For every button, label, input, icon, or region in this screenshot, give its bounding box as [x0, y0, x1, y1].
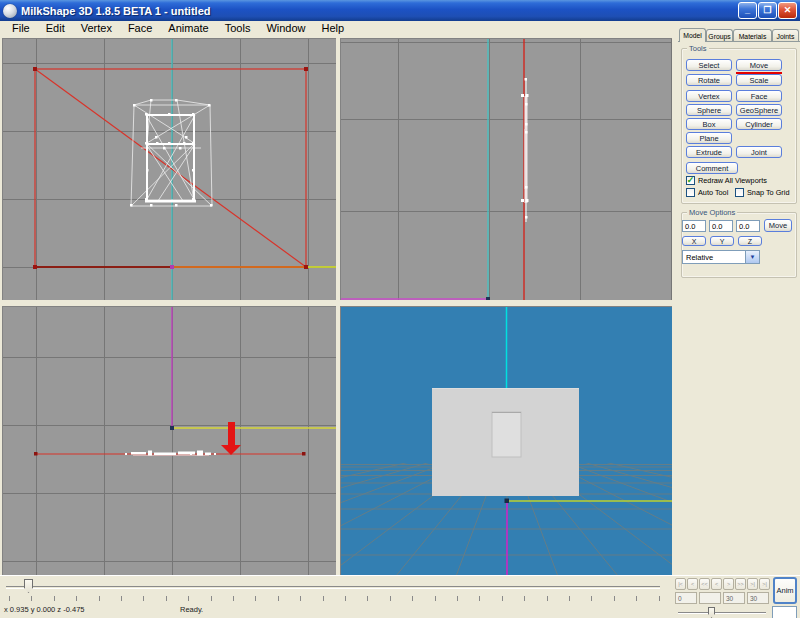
annotation-arrow — [221, 422, 241, 455]
keyframe-slider-thumb[interactable] — [24, 579, 33, 593]
prev-frame-button[interactable]: < — [711, 578, 722, 590]
x-axis-button[interactable]: X — [682, 236, 706, 246]
rotate-tool-button[interactable]: Rotate — [686, 74, 732, 86]
menu-vertex[interactable]: Vertex — [73, 21, 120, 36]
app-icon — [3, 4, 17, 18]
first-frame-field[interactable]: 0 — [675, 592, 697, 604]
prev-keyframe-button[interactable]: < — [687, 578, 698, 590]
y-axis-button[interactable]: Y — [710, 236, 734, 246]
auto-tool-checkbox[interactable]: Auto Tool — [686, 188, 728, 197]
menu-help[interactable]: Help — [314, 21, 353, 36]
plane-tool-button[interactable]: Plane — [686, 132, 732, 144]
move-x-field[interactable]: 0.0 — [682, 220, 706, 232]
menu-file[interactable]: File — [4, 21, 38, 36]
face-tool-button[interactable]: Face — [736, 90, 782, 102]
z-axis-button[interactable]: Z — [738, 236, 762, 246]
close-button[interactable]: ✕ — [778, 2, 797, 19]
move-tool-button[interactable]: Move — [736, 59, 782, 71]
tools-group-label: Tools — [687, 44, 709, 53]
extruded-face — [492, 412, 521, 457]
viewport-area — [0, 36, 676, 575]
tool-panel: Model Groups Materials Joints Tools Sele… — [678, 28, 800, 575]
status-message: Ready. — [180, 605, 203, 614]
checkbox-box — [686, 188, 695, 197]
joint-tool-button[interactable]: Joint — [736, 146, 782, 158]
tab-model[interactable]: Model — [679, 28, 706, 42]
menu-tools[interactable]: Tools — [217, 21, 259, 36]
snap-to-grid-checkbox[interactable]: Snap To Grid — [735, 188, 789, 197]
frame-fields: 0 30 30 — [675, 592, 769, 604]
chevron-down-icon[interactable]: ▼ — [745, 251, 759, 263]
scale-tool-button[interactable]: Scale — [736, 74, 782, 86]
menu-edit[interactable]: Edit — [38, 21, 73, 36]
sphere-tool-button[interactable]: Sphere — [686, 104, 732, 116]
total-frames-field[interactable]: 30 — [747, 592, 769, 604]
first-frame-button[interactable]: |< — [675, 578, 686, 590]
checkbox-box — [735, 188, 744, 197]
box-tool-button[interactable]: Box — [686, 118, 732, 130]
move-y-field[interactable]: 0.0 — [709, 220, 733, 232]
viewport-front[interactable] — [2, 38, 336, 300]
frame-slider-track[interactable] — [678, 612, 766, 614]
menu-face[interactable]: Face — [120, 21, 160, 36]
anim-controls: |< < << < > >> >| >| Anim 0 30 30 — [672, 575, 800, 618]
minimize-button[interactable]: _ — [738, 2, 757, 19]
redraw-all-viewports-checkbox[interactable]: ✓ Redraw All Viewports — [686, 176, 767, 185]
keyframe-bar: x 0.935 y 0.000 z -0.475 Ready. — [0, 575, 672, 618]
menu-animate[interactable]: Animate — [160, 21, 216, 36]
playback-buttons: |< < << < > >> >| >| — [675, 578, 770, 590]
checkbox-label: Redraw All Viewports — [698, 176, 767, 185]
selection-diagonal — [35, 69, 306, 267]
model-tab-panel: Tools Select Move Rotate Scale Vertex Fa… — [678, 41, 800, 575]
move-options-label: Move Options — [687, 208, 737, 217]
dropdown-value: Relative — [683, 253, 745, 262]
next-frame-button[interactable]: > — [723, 578, 734, 590]
wireframe-model — [125, 451, 216, 456]
move-apply-button[interactable]: Move — [764, 219, 792, 232]
keyframe-slider-track[interactable] — [6, 586, 660, 589]
move-z-field[interactable]: 0.0 — [736, 220, 760, 232]
keyframe-ruler — [9, 596, 665, 601]
status-coordinates: x 0.935 y 0.000 z -0.475 — [4, 605, 84, 614]
select-tool-button[interactable]: Select — [686, 59, 732, 71]
frame-number-input[interactable] — [772, 606, 797, 618]
rewind-button[interactable]: << — [699, 578, 710, 590]
forward-button[interactable]: >> — [735, 578, 746, 590]
anim-toggle-button[interactable]: Anim — [773, 577, 797, 604]
last-frame-button[interactable]: >| — [759, 578, 770, 590]
checkbox-label: Snap To Grid — [747, 188, 789, 197]
cylinder-tool-button[interactable]: Cylinder — [736, 118, 782, 130]
title-bar: MilkShape 3D 1.8.5 BETA 1 - untitled _ ❐… — [0, 0, 800, 21]
viewport-side[interactable] — [340, 38, 672, 300]
checkmark-icon: ✓ — [686, 176, 695, 185]
vertex-tool-button[interactable]: Vertex — [686, 90, 732, 102]
move-mode-dropdown[interactable]: Relative ▼ — [682, 250, 760, 264]
geosphere-tool-button[interactable]: GeoSphere — [736, 104, 782, 116]
window-title: MilkShape 3D 1.8.5 BETA 1 - untitled — [21, 5, 737, 17]
checkbox-label: Auto Tool — [698, 188, 728, 197]
extrude-tool-button[interactable]: Extrude — [686, 146, 732, 158]
next-keyframe-button[interactable]: >| — [747, 578, 758, 590]
menu-window[interactable]: Window — [258, 21, 313, 36]
frame-slider-thumb[interactable] — [708, 607, 715, 618]
viewport-3d[interactable] — [340, 306, 672, 575]
current-frame-field[interactable] — [699, 592, 721, 604]
comment-button[interactable]: Comment — [686, 162, 738, 174]
last-frame-field[interactable]: 30 — [723, 592, 745, 604]
viewport-top[interactable] — [2, 306, 336, 575]
restore-button[interactable]: ❐ — [758, 2, 777, 19]
